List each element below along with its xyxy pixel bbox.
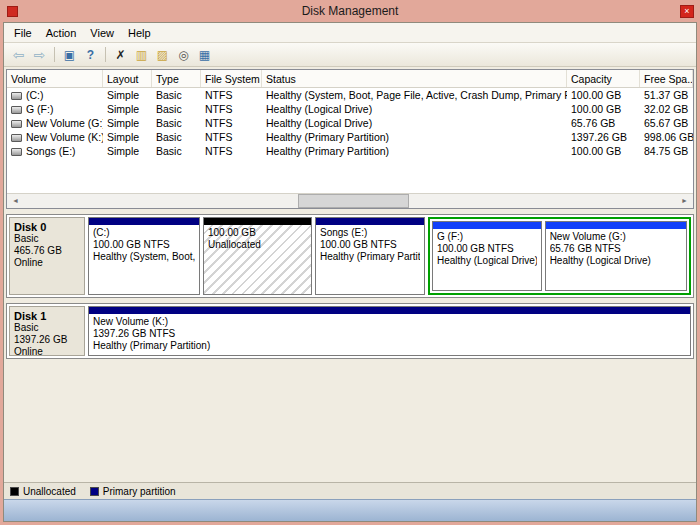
drive-icon xyxy=(11,148,22,156)
scrollbar-track[interactable] xyxy=(24,194,676,208)
scroll-right-icon[interactable]: ► xyxy=(676,194,693,208)
cell-capacity: 100.00 GB xyxy=(567,144,640,158)
horizontal-scrollbar[interactable]: ◄ ► xyxy=(7,193,693,208)
partition-title: (C:) xyxy=(93,227,195,239)
drive-icon xyxy=(11,106,22,114)
partition-unallocated[interactable]: 100.00 GB Unallocated xyxy=(203,217,312,295)
volume-row-c[interactable]: (C:) Simple Basic NTFS Healthy (System, … xyxy=(7,88,693,102)
cell-type: Basic xyxy=(152,130,201,144)
scroll-left-icon[interactable]: ◄ xyxy=(7,194,24,208)
cell-free-space: 32.02 GB xyxy=(640,102,693,116)
volume-list-header: Volume Layout Type File System Status Ca… xyxy=(7,70,693,88)
volume-list-empty-area xyxy=(7,158,693,193)
cell-file-system: NTFS xyxy=(201,88,262,102)
partition-status: Unallocated xyxy=(208,239,307,251)
cell-layout: Simple xyxy=(103,130,152,144)
drive-icon xyxy=(11,92,22,100)
menu-view[interactable]: View xyxy=(83,24,121,42)
disk-label: Disk 1 xyxy=(14,310,80,322)
menu-bar: File Action View Help xyxy=(4,23,696,43)
menu-file[interactable]: File xyxy=(7,24,39,42)
primary-partition-strip xyxy=(89,218,199,225)
partition-status: Healthy (Logical Drive) xyxy=(437,255,537,267)
disk-size: 465.76 GB xyxy=(14,245,80,257)
console-tree-icon[interactable]: ▣ xyxy=(60,45,79,64)
partition-size: 100.00 GB NTFS xyxy=(437,243,537,255)
unallocated-swatch-icon xyxy=(10,487,19,496)
disk-1-header[interactable]: Disk 1 Basic 1397.26 GB Online xyxy=(9,306,85,356)
toolbar-separator xyxy=(54,47,55,62)
drive-icon xyxy=(11,120,22,128)
unallocated-strip xyxy=(204,218,311,225)
back-icon[interactable]: ⇦ xyxy=(9,45,28,64)
toolbar: ⇦ ⇨ ▣ ? ✗ ▥ ▨ ◎ ▦ xyxy=(4,43,696,67)
legend-primary-partition: Primary partition xyxy=(90,486,176,497)
properties-icon[interactable]: ▦ xyxy=(195,45,214,64)
col-layout[interactable]: Layout xyxy=(103,70,152,87)
drive-icon xyxy=(11,134,22,142)
disk-status: Online xyxy=(14,257,80,269)
col-file-system[interactable]: File System xyxy=(201,70,262,87)
col-volume[interactable]: Volume xyxy=(7,70,103,87)
cell-file-system: NTFS xyxy=(201,116,262,130)
disk-0-header[interactable]: Disk 0 Basic 465.76 GB Online xyxy=(9,217,85,295)
partition-title: New Volume (K:) xyxy=(93,316,686,328)
volume-row-g[interactable]: New Volume (G:) Simple Basic NTFS Health… xyxy=(7,116,693,130)
partition-new-volume-k[interactable]: New Volume (K:) 1397.26 GB NTFS Healthy … xyxy=(88,306,691,356)
volume-row-e[interactable]: Songs (E:) Simple Basic NTFS Healthy (Pr… xyxy=(7,144,693,158)
cell-layout: Simple xyxy=(103,116,152,130)
status-strip xyxy=(4,499,696,521)
cell-free-space: 84.75 GB xyxy=(640,144,693,158)
disk-0-partitions: (C:) 100.00 GB NTFS Healthy (System, Boo… xyxy=(88,217,691,295)
volume-name: New Volume (K:) xyxy=(26,131,103,143)
zoom-icon[interactable]: ◎ xyxy=(174,45,193,64)
disk-type: Basic xyxy=(14,233,80,245)
partition-c[interactable]: (C:) 100.00 GB NTFS Healthy (System, Boo… xyxy=(88,217,200,295)
partition-new-volume-g[interactable]: New Volume (G:) 65.76 GB NTFS Healthy (L… xyxy=(545,221,687,291)
menu-help[interactable]: Help xyxy=(121,24,158,42)
volume-name: (C:) xyxy=(26,89,44,101)
cell-capacity: 100.00 GB xyxy=(567,102,640,116)
disk-status: Online xyxy=(14,346,80,358)
col-status[interactable]: Status xyxy=(262,70,567,87)
volume-row-k[interactable]: New Volume (K:) Simple Basic NTFS Health… xyxy=(7,130,693,144)
col-type[interactable]: Type xyxy=(152,70,201,87)
cell-capacity: 1397.26 GB xyxy=(567,130,640,144)
cell-layout: Simple xyxy=(103,88,152,102)
partition-status: Healthy (Logical Drive) xyxy=(550,255,682,267)
partition-status: Healthy (Primary Partition) xyxy=(320,251,420,263)
cell-status: Healthy (Logical Drive) xyxy=(262,102,567,116)
legend-label: Unallocated xyxy=(23,486,76,497)
partition-g-f[interactable]: G (F:) 100.00 GB NTFS Healthy (Logical D… xyxy=(432,221,542,291)
cell-type: Basic xyxy=(152,116,201,130)
forward-icon[interactable]: ⇨ xyxy=(30,45,49,64)
partition-size: 65.76 GB NTFS xyxy=(550,243,682,255)
open-folder-icon[interactable]: ▨ xyxy=(153,45,172,64)
cell-type: Basic xyxy=(152,88,201,102)
col-capacity[interactable]: Capacity xyxy=(567,70,640,87)
graphical-view: Disk 0 Basic 465.76 GB Online (C:) 100.0… xyxy=(4,209,696,482)
legend-bar: Unallocated Primary partition xyxy=(4,482,696,499)
logical-drive-strip xyxy=(433,222,541,229)
cell-type: Basic xyxy=(152,102,201,116)
folder-icon[interactable]: ▥ xyxy=(132,45,151,64)
menu-action[interactable]: Action xyxy=(39,24,84,42)
volume-row-f[interactable]: G (F:) Simple Basic NTFS Healthy (Logica… xyxy=(7,102,693,116)
col-free-space[interactable]: Free Spa... xyxy=(640,70,693,87)
volume-list: Volume Layout Type File System Status Ca… xyxy=(6,69,694,209)
disk-1-row: Disk 1 Basic 1397.26 GB Online New Volum… xyxy=(6,303,694,359)
partition-size: 100.00 GB NTFS xyxy=(93,239,195,251)
delete-volume-icon[interactable]: ✗ xyxy=(111,45,130,64)
partition-songs-e[interactable]: Songs (E:) 100.00 GB NTFS Healthy (Prima… xyxy=(315,217,425,295)
title-bar[interactable]: Disk Management × xyxy=(0,0,700,22)
partition-size: 100.00 GB NTFS xyxy=(320,239,420,251)
cell-status: Healthy (System, Boot, Page File, Active… xyxy=(262,88,567,102)
partition-title: New Volume (G:) xyxy=(550,231,682,243)
cell-free-space: 65.67 GB xyxy=(640,116,693,130)
cell-status: Healthy (Primary Partition) xyxy=(262,130,567,144)
cell-layout: Simple xyxy=(103,102,152,116)
help-icon[interactable]: ? xyxy=(81,45,100,64)
scrollbar-thumb[interactable] xyxy=(298,194,409,208)
cell-file-system: NTFS xyxy=(201,102,262,116)
cell-type: Basic xyxy=(152,144,201,158)
